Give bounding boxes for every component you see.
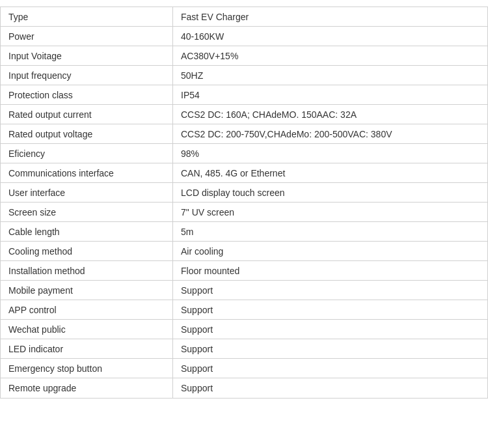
row-label: Wechat public [1,320,173,339]
row-label: APP control [1,300,173,319]
row-value: Support [173,320,487,339]
table-row: TypeFast EV Charger [1,7,487,27]
table-row: Eficiency98% [1,144,487,163]
table-row: Input frequency50HZ [1,66,487,85]
table-row: Power40-160KW [1,27,487,46]
row-label: Screen size [1,203,173,221]
row-value: Support [173,300,487,319]
row-value: Floor mounted [173,261,487,280]
row-value: 50HZ [173,66,487,85]
specs-table: TypeFast EV ChargerPower40-160KWInput Vo… [0,7,488,399]
row-value: CCS2 DC: 160A; CHAdeMO. 150AAC: 32A [173,105,487,124]
table-row: User interfaceLCD display touch screen [1,183,487,203]
row-label: Rated output voltage [1,124,173,143]
table-row: Rated output currentCCS2 DC: 160A; CHAde… [1,105,487,124]
row-value: 40-160KW [173,27,487,46]
row-value: Fast EV Charger [173,7,487,26]
table-row: Communications interfaceCAN, 485. 4G or … [1,163,487,183]
row-value: Support [173,378,487,398]
row-value: IP54 [173,85,487,104]
row-label: Eficiency [1,144,173,163]
row-label: Remote upgrade [1,378,173,398]
row-value: 98% [173,144,487,163]
table-row: Cooling methodAir cooling [1,242,487,261]
row-label: Communications interface [1,163,173,182]
row-value: LCD display touch screen [173,183,487,202]
row-label: Cooling method [1,242,173,260]
row-value: Support [173,359,487,378]
table-row: Protection classIP54 [1,85,487,105]
row-label: LED indicator [1,339,173,358]
row-value: Air cooling [173,242,487,260]
row-value: CAN, 485. 4G or Ethernet [173,163,487,182]
row-label: Emergency stop button [1,359,173,378]
row-label: Mobile payment [1,281,173,300]
table-row: Screen size7" UV screen [1,203,487,222]
table-row: Wechat publicSupport [1,320,487,339]
row-value: Support [173,281,487,300]
row-label: Input frequency [1,66,173,85]
row-value: 7" UV screen [173,203,487,221]
table-row: Rated output voltageCCS2 DC: 200-750V,CH… [1,124,487,144]
table-row: Installation methodFloor mounted [1,261,487,281]
table-row: Remote upgradeSupport [1,378,487,398]
table-row: APP controlSupport [1,300,487,320]
row-value: CCS2 DC: 200-750V,CHAdeMo: 200-500VAC: 3… [173,124,487,143]
table-row: Input VoitageAC380V+15% [1,46,487,66]
table-row: Mobile paymentSupport [1,281,487,300]
row-label: Type [1,7,173,26]
row-value: AC380V+15% [173,46,487,65]
row-label: Power [1,27,173,46]
table-row: Cable length5m [1,222,487,242]
row-label: Cable length [1,222,173,241]
row-label: Installation method [1,261,173,280]
table-row: LED indicatorSupport [1,339,487,359]
row-value: Support [173,339,487,358]
table-row: Emergency stop buttonSupport [1,359,487,378]
row-label: User interface [1,183,173,202]
row-value: 5m [173,222,487,241]
row-label: Protection class [1,85,173,104]
row-label: Input Voitage [1,46,173,65]
row-label: Rated output current [1,105,173,124]
